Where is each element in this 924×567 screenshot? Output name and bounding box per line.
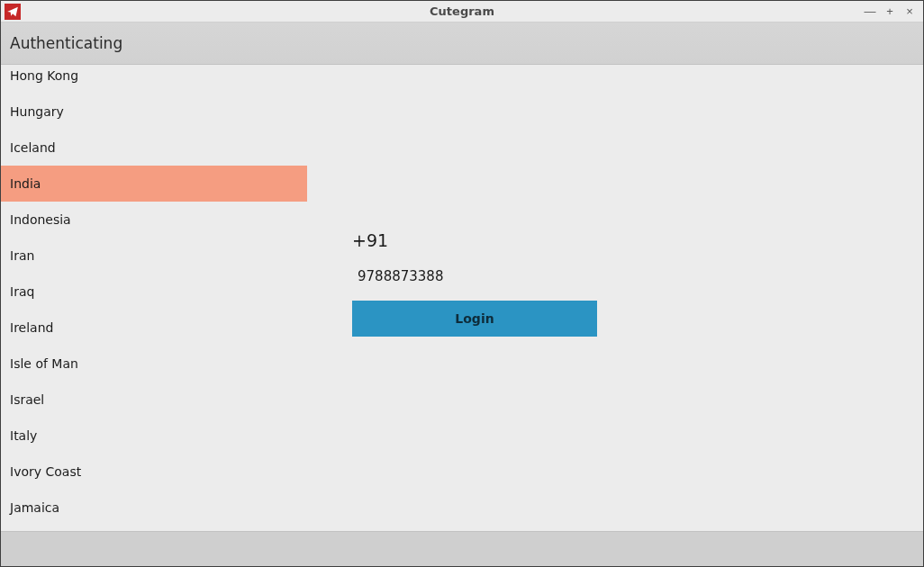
page-title: Authenticating xyxy=(10,34,122,52)
app-icon xyxy=(5,4,21,20)
window-titlebar: Cutegram — + × xyxy=(1,1,923,22)
country-label: Hong Kong xyxy=(10,68,78,83)
list-item[interactable]: Hong Kong xyxy=(1,65,307,94)
login-form: +91 Login xyxy=(352,230,597,337)
window-title: Cutegram xyxy=(1,4,923,18)
page-header: Authenticating xyxy=(1,22,923,65)
list-item[interactable]: Ireland xyxy=(1,310,307,346)
list-item[interactable]: Iran xyxy=(1,238,307,274)
country-list[interactable]: Hong Kong Hungary Iceland India Indonesi… xyxy=(1,65,307,526)
list-item[interactable]: Indonesia xyxy=(1,202,307,238)
calling-code: +91 xyxy=(352,230,597,250)
list-item[interactable]: Hungary xyxy=(1,94,307,130)
login-button[interactable]: Login xyxy=(352,301,597,337)
country-label: Israel xyxy=(10,392,44,407)
country-label: Italy xyxy=(10,428,37,443)
window-controls: — + × xyxy=(864,1,923,22)
maximize-icon[interactable]: + xyxy=(883,1,896,22)
list-item[interactable]: Isle of Man xyxy=(1,346,307,382)
list-item[interactable]: Iceland xyxy=(1,130,307,166)
close-icon[interactable]: × xyxy=(903,1,916,22)
country-label: Ireland xyxy=(10,320,53,335)
country-label: Iraq xyxy=(10,284,34,299)
country-label: Isle of Man xyxy=(10,356,78,371)
country-label: Hungary xyxy=(10,104,64,119)
minimize-icon[interactable]: — xyxy=(864,1,876,22)
country-label: Ivory Coast xyxy=(10,464,81,479)
country-label: Indonesia xyxy=(10,212,71,227)
country-label: Iran xyxy=(10,248,34,263)
list-item[interactable]: India xyxy=(1,166,307,202)
footer-bar xyxy=(1,531,923,566)
list-item[interactable]: Israel xyxy=(1,382,307,418)
country-label: Jamaica xyxy=(10,500,59,515)
list-item[interactable]: Ivory Coast xyxy=(1,454,307,490)
country-label: India xyxy=(10,176,41,191)
phone-input[interactable] xyxy=(352,266,597,286)
list-item[interactable]: Italy xyxy=(1,418,307,454)
country-label: Iceland xyxy=(10,140,56,155)
content-area: Hong Kong Hungary Iceland India Indonesi… xyxy=(1,65,923,531)
list-item[interactable]: Jamaica xyxy=(1,490,307,526)
list-item[interactable]: Iraq xyxy=(1,274,307,310)
